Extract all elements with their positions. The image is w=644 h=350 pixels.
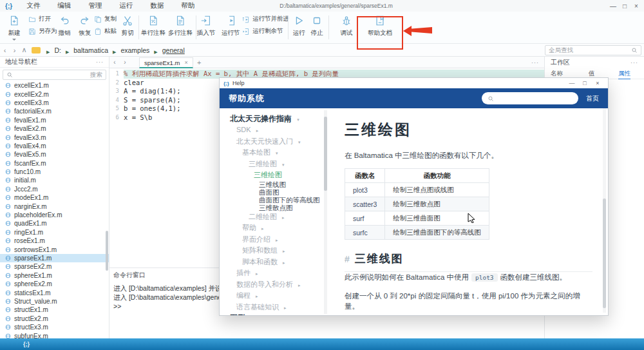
minimize-button[interactable]: — [608,0,618,12]
help-nav-item[interactable]: 北太天元快速入门 [236,136,327,148]
help-home-link[interactable]: 首页 [586,94,599,103]
help-nav-item[interactable]: 脚本和函数 [242,257,327,268]
file-item[interactable]: sphereEx1.m [0,271,109,280]
tab-close-icon[interactable]: × [184,59,187,66]
help-maximize-button[interactable]: □ [578,80,591,86]
help-nav-item[interactable]: 曲面图 [259,188,327,196]
file-item[interactable]: fevalEx5.m [0,150,109,159]
help-nav-scrollbar[interactable] [324,110,327,314]
file-item[interactable]: excellEx3.m [0,99,109,107]
run-section-button[interactable]: 运行节 [219,15,242,37]
file-item[interactable]: placeholderEx.m [0,211,109,219]
global-search-input[interactable]: 全局查找 [545,45,641,55]
help-nav-item[interactable]: 曲面图下的等高线图 [259,196,327,204]
menu-item[interactable]: 编辑 [57,1,71,10]
help-nav-item[interactable]: 帮助 [242,223,327,235]
file-item[interactable]: staticsEx1.m [0,288,109,297]
file-item[interactable]: initial.m [0,176,109,184]
help-nav-item[interactable]: 矩阵和数组 [242,246,327,257]
file-item[interactable]: structEx1.m [0,306,109,314]
file-item[interactable]: roseEx1.m [0,237,109,245]
new-button[interactable]: 新建 [1,15,27,41]
breadcrumb-segment[interactable]: baltamatica [64,44,108,56]
maximize-button[interactable]: □ [620,0,630,12]
file-item[interactable]: excellEx1.m [0,81,109,90]
insert-section-button[interactable]: 插入节 [194,15,218,37]
file-item[interactable]: fevalEx2.m [0,124,109,133]
help-nav-item[interactable]: 语言基础知识 [236,302,327,313]
single-line-comment-button[interactable]: 单行注释 [139,15,167,37]
tab-back-icon[interactable]: ‹ [109,59,120,66]
debug-button[interactable]: 调试 [336,15,357,37]
help-minimize-button[interactable]: — [565,80,578,86]
multi-line-comment-button[interactable]: 多行注释 [166,15,194,37]
menu-item[interactable]: 数据 [150,1,164,10]
help-nav-item[interactable]: 二维绘图 [249,211,327,223]
file-item[interactable]: modeEx1.m [0,193,109,202]
tab-forward-icon[interactable]: › [120,59,130,66]
breadcrumb-segment[interactable]: examples [111,44,149,56]
stop-button[interactable]: 停止 [307,15,327,37]
file-item[interactable]: fevalEx1.m [0,116,109,124]
file-item[interactable]: fevalEx3.m [0,133,109,141]
file-item[interactable]: sphereEx2.m [0,280,109,288]
file-item[interactable]: subfunEx.m [0,331,109,338]
help-nav-item[interactable]: 编程 [236,291,327,302]
run-remaining-sections-button[interactable]: 运行剩余节 [242,27,287,35]
help-nav-item[interactable]: 北太天元操作指南 [230,113,327,125]
cut-button[interactable]: 剪切 [117,15,138,37]
editor-more-icon[interactable]: ··· [531,59,539,66]
help-nav-item[interactable]: 基本绘图 [242,148,327,159]
file-item[interactable]: sortrowsEx1.m [0,245,109,253]
help-nav-item[interactable]: 三维散点图 [259,204,327,211]
menu-item[interactable]: 文件 [26,1,40,10]
file-item[interactable]: narginEx.m [0,202,109,210]
run-section-advance-button[interactable]: 运行节并前进 [242,15,287,23]
sidebar-more-icon[interactable]: ··· [96,59,104,65]
file-item[interactable]: Jccc2.m [0,185,109,193]
nav-back-icon[interactable]: ‹ [0,46,10,54]
help-titlebar[interactable]: {;} Help — □ × [220,78,608,88]
file-item[interactable]: excellEx2.m [0,90,109,98]
file-item[interactable]: fscanfEx.m [0,159,109,168]
breadcrumb-segment[interactable]: general [152,44,184,56]
help-nav-item[interactable]: 三维绘图 [249,159,327,170]
heading-hash-icon[interactable]: # [345,254,350,264]
help-content-scrollbar[interactable] [603,108,606,313]
nav-forward-icon[interactable]: › [10,46,19,54]
file-item[interactable]: Struct_value.m [0,297,109,306]
copy-button[interactable]: 复制 [94,15,120,23]
help-nav-item[interactable]: 三维线图 [259,180,327,188]
file-item[interactable]: quadEx1.m [0,219,109,228]
file-item[interactable]: func10.m [0,168,109,176]
file-item[interactable]: fevalEx4.m [0,142,109,150]
breadcrumb-segment[interactable]: D: [44,44,61,56]
help-close-button[interactable]: × [591,80,604,86]
sidebar-search-input[interactable]: 搜索 [3,70,106,80]
file-item[interactable]: ringEx1.m [0,228,109,237]
workspace-more-icon[interactable]: ··· [630,59,638,66]
help-nav-item[interactable]: 界面介绍 [242,234,327,246]
redo-button[interactable]: 恢复 [75,15,95,37]
file-item[interactable]: structEx2.m [0,315,109,323]
undo-button[interactable]: 撤销 [54,15,75,37]
help-nav-item[interactable]: 图形 [230,313,327,316]
close-button[interactable]: × [631,0,641,12]
sidebar-scrollbar[interactable] [106,231,108,271]
nav-up-icon[interactable]: ∧ [19,46,29,54]
file-item[interactable]: factorialEx.m [0,107,109,115]
file-item[interactable]: sparseEx1.m [0,254,109,262]
file-item[interactable]: sparseEx2.m [0,262,109,271]
tab-sparseEx1[interactable]: sparseEx1.m × [139,57,193,68]
menu-item[interactable]: 帮助 [181,1,194,10]
help-nav-item[interactable]: 插件 [236,268,327,280]
help-search-input[interactable] [482,92,578,104]
help-nav-item[interactable]: 数据的导入和分析 [236,279,327,291]
column-attribute[interactable]: 属性 [618,70,630,79]
menu-item[interactable]: 管理 [88,1,102,10]
help-nav-item[interactable]: 三维绘图 [254,170,327,181]
file-item[interactable]: structEx3.m [0,323,109,331]
help-nav-item[interactable]: SDK [236,125,327,137]
new-tab-icon[interactable]: + [197,59,201,66]
menu-item[interactable]: 运行 [119,1,133,10]
